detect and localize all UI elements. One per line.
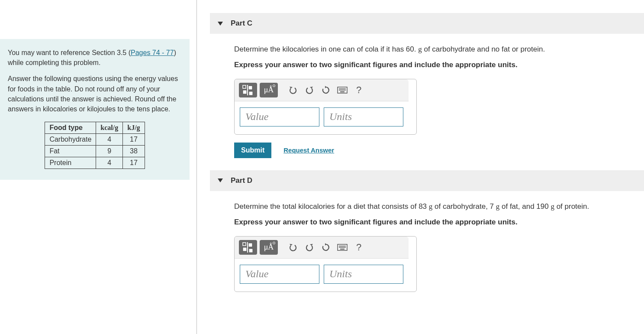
- keyboard-button[interactable]: [335, 240, 350, 255]
- help-label: ?: [356, 242, 361, 253]
- units-input[interactable]: Units: [324, 265, 403, 284]
- units-placeholder: Units: [329, 111, 352, 123]
- reset-button[interactable]: [319, 240, 333, 255]
- svg-rect-0: [243, 85, 246, 88]
- help-label: ?: [356, 84, 361, 96]
- questions-column: Part C Determine the kilocalories in one…: [197, 0, 644, 334]
- table-row: Carbohydrate 4 17: [45, 134, 145, 146]
- table-row: Fat 9 38: [45, 146, 145, 157]
- caret-down-icon: [218, 22, 223, 26]
- ring-icon: [273, 242, 275, 244]
- part-d-instruct: Express your answer to two significant f…: [234, 218, 634, 227]
- reset-button[interactable]: [319, 83, 333, 97]
- prompt-g: g: [418, 45, 422, 53]
- reference-link[interactable]: Pages 74 - 77: [131, 49, 174, 56]
- table-cell-kj: 17: [123, 134, 145, 146]
- units-input[interactable]: Units: [324, 107, 403, 126]
- part-c-toolbar: μÅ: [235, 79, 409, 101]
- table-row: Protein 4 17: [45, 157, 145, 169]
- instructions-text: Answer the following questions using the…: [8, 74, 182, 114]
- special-chars-button[interactable]: μÅ: [260, 240, 278, 255]
- template-icon: [242, 85, 254, 95]
- svg-rect-1: [243, 90, 247, 94]
- reference-pre: You may want to reference Section 3.5 (: [8, 49, 131, 56]
- undo-button[interactable]: [286, 83, 300, 97]
- svg-rect-2: [248, 86, 252, 90]
- prompt-pre: Determine the kilocalories in one can of…: [234, 45, 418, 53]
- part-d-prompt: Determine the total kilocalories for a d…: [234, 201, 634, 212]
- reset-icon: [321, 243, 331, 252]
- reset-icon: [321, 85, 331, 95]
- prompt-text: Determine the total kilocalories for a d…: [234, 202, 589, 211]
- ring-icon: [273, 84, 275, 87]
- keyboard-button[interactable]: [335, 83, 350, 97]
- svg-rect-9: [243, 243, 246, 246]
- template-button[interactable]: [239, 240, 257, 255]
- reference-sentence: You may want to reference Section 3.5 (P…: [8, 48, 182, 68]
- undo-button[interactable]: [286, 240, 300, 255]
- table-cell-food: Protein: [45, 157, 96, 169]
- table-cell-kcal: 4: [96, 134, 123, 146]
- keyboard-icon: [337, 244, 348, 251]
- template-button[interactable]: [239, 83, 257, 97]
- special-chars-button[interactable]: μÅ: [260, 83, 278, 97]
- help-button[interactable]: ?: [351, 240, 366, 255]
- part-d-answer-box: μÅ: [234, 236, 417, 292]
- redo-icon: [305, 85, 314, 95]
- table-header-kcal: kcal/g: [96, 122, 123, 134]
- svg-rect-10: [243, 247, 247, 251]
- part-c-instruct: Express your answer to two significant f…: [234, 61, 634, 69]
- request-answer-link[interactable]: Request Answer: [283, 146, 334, 154]
- template-icon: [242, 242, 254, 253]
- table-header-food: Food type: [45, 122, 96, 134]
- svg-rect-3: [249, 91, 253, 95]
- table-cell-kj: 38: [123, 146, 145, 157]
- svg-rect-12: [249, 249, 253, 253]
- redo-button[interactable]: [302, 240, 317, 255]
- value-placeholder: Value: [245, 111, 268, 123]
- redo-button[interactable]: [302, 83, 317, 97]
- redo-icon: [305, 243, 314, 252]
- value-input[interactable]: Value: [240, 107, 319, 126]
- table-header-kj: kJ/g: [123, 122, 145, 134]
- units-placeholder: Units: [329, 268, 352, 280]
- part-c-title: Part C: [231, 19, 252, 28]
- undo-icon: [288, 85, 298, 95]
- svg-rect-11: [248, 243, 252, 247]
- table-cell-kj: 17: [123, 157, 145, 169]
- table-cell-food: Fat: [45, 146, 96, 157]
- special-chars-label: μÅ: [264, 85, 274, 94]
- part-c: Part C Determine the kilocalories in one…: [210, 13, 644, 158]
- energy-values-table: Food type kcal/g kJ/g Carbohydrate 4 17 …: [45, 122, 145, 169]
- table-cell-kcal: 4: [96, 157, 123, 169]
- part-d-toolbar: μÅ: [235, 237, 409, 259]
- undo-icon: [288, 243, 298, 252]
- caret-down-icon: [218, 178, 223, 182]
- value-input[interactable]: Value: [240, 265, 319, 284]
- submit-button[interactable]: Submit: [234, 143, 271, 158]
- value-placeholder: Value: [245, 268, 268, 280]
- table-cell-food: Carbohydrate: [45, 134, 96, 146]
- part-d: Part D Determine the total kilocalories …: [210, 170, 644, 292]
- intro-box: You may want to reference Section 3.5 (P…: [0, 39, 190, 180]
- prompt-post: of carbohydrate and no fat or protein.: [422, 45, 545, 53]
- part-d-header[interactable]: Part D: [210, 170, 644, 191]
- part-c-header[interactable]: Part C: [210, 13, 644, 34]
- table-cell-kcal: 9: [96, 146, 123, 157]
- keyboard-icon: [337, 87, 348, 94]
- help-button[interactable]: ?: [351, 83, 366, 97]
- part-d-title: Part D: [231, 176, 252, 185]
- part-c-answer-box: μÅ: [234, 79, 417, 135]
- special-chars-label: μÅ: [264, 243, 274, 252]
- reference-sidebar: You may want to reference Section 3.5 (P…: [0, 0, 197, 334]
- part-c-prompt: Determine the kilocalories in one can of…: [234, 44, 634, 55]
